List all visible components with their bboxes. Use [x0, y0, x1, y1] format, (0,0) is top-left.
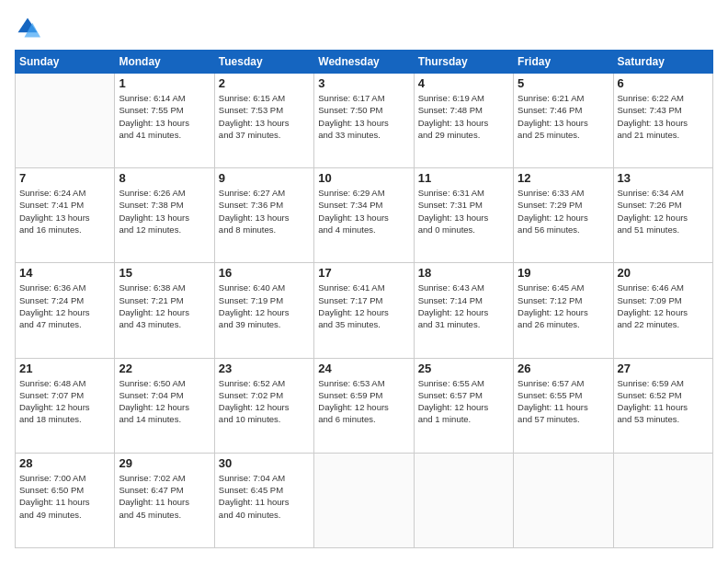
day-info: Sunrise: 6:36 AM Sunset: 7:24 PM Dayligh…: [19, 282, 110, 330]
day-number: 2: [219, 76, 310, 90]
day-info: Sunrise: 6:43 AM Sunset: 7:14 PM Dayligh…: [418, 282, 509, 330]
day-number: 15: [119, 266, 210, 280]
day-number: 21: [19, 362, 110, 375]
day-info: Sunrise: 6:26 AM Sunset: 7:38 PM Dayligh…: [119, 187, 210, 236]
calendar-table: Sunday Monday Tuesday Wednesday Thursday…: [15, 50, 713, 548]
logo-icon: [15, 15, 40, 40]
table-row: 30Sunrise: 7:04 AM Sunset: 6:45 PM Dayli…: [214, 453, 313, 547]
calendar-week-row: 28Sunrise: 7:00 AM Sunset: 6:50 PM Dayli…: [16, 453, 713, 547]
table-row: 6Sunrise: 6:22 AM Sunset: 7:43 PM Daylig…: [613, 74, 712, 168]
day-number: 1: [119, 76, 210, 90]
calendar-week-row: 21Sunrise: 6:48 AM Sunset: 7:07 PM Dayli…: [16, 358, 713, 453]
table-row: 5Sunrise: 6:21 AM Sunset: 7:46 PM Daylig…: [514, 74, 613, 168]
table-row: 10Sunrise: 6:29 AM Sunset: 7:34 PM Dayli…: [314, 168, 414, 263]
day-number: 25: [418, 362, 509, 375]
table-row: [414, 453, 513, 547]
day-info: Sunrise: 6:41 AM Sunset: 7:17 PM Dayligh…: [318, 282, 409, 330]
day-number: 24: [318, 362, 409, 375]
day-number: 19: [518, 266, 609, 280]
day-info: Sunrise: 6:38 AM Sunset: 7:21 PM Dayligh…: [119, 282, 210, 330]
col-thursday: Thursday: [414, 51, 513, 74]
day-info: Sunrise: 7:00 AM Sunset: 6:50 PM Dayligh…: [19, 472, 110, 521]
calendar-header-row: Sunday Monday Tuesday Wednesday Thursday…: [16, 51, 713, 74]
calendar-week-row: 7Sunrise: 6:24 AM Sunset: 7:41 PM Daylig…: [16, 168, 713, 263]
table-row: 26Sunrise: 6:57 AM Sunset: 6:55 PM Dayli…: [514, 358, 613, 453]
day-info: Sunrise: 6:50 AM Sunset: 7:04 PM Dayligh…: [119, 377, 210, 426]
day-info: Sunrise: 6:46 AM Sunset: 7:09 PM Dayligh…: [618, 282, 709, 330]
table-row: 15Sunrise: 6:38 AM Sunset: 7:21 PM Dayli…: [115, 263, 214, 358]
table-row: 16Sunrise: 6:40 AM Sunset: 7:19 PM Dayli…: [214, 263, 313, 358]
day-info: Sunrise: 6:33 AM Sunset: 7:29 PM Dayligh…: [518, 187, 609, 236]
col-sunday: Sunday: [16, 51, 115, 74]
day-number: 4: [418, 76, 509, 90]
day-number: 9: [219, 171, 310, 185]
day-info: Sunrise: 6:55 AM Sunset: 6:57 PM Dayligh…: [418, 377, 509, 426]
day-number: 6: [618, 76, 709, 90]
col-wednesday: Wednesday: [314, 51, 414, 74]
day-number: 18: [418, 266, 509, 280]
table-row: 25Sunrise: 6:55 AM Sunset: 6:57 PM Dayli…: [414, 358, 513, 453]
day-info: Sunrise: 6:57 AM Sunset: 6:55 PM Dayligh…: [518, 377, 609, 426]
table-row: 17Sunrise: 6:41 AM Sunset: 7:17 PM Dayli…: [314, 263, 414, 358]
table-row: 21Sunrise: 6:48 AM Sunset: 7:07 PM Dayli…: [16, 358, 115, 453]
day-info: Sunrise: 6:21 AM Sunset: 7:46 PM Dayligh…: [518, 92, 609, 141]
day-number: 16: [219, 266, 310, 280]
day-number: 27: [618, 362, 709, 375]
table-row: [314, 453, 414, 547]
day-number: 10: [318, 171, 409, 185]
table-row: 13Sunrise: 6:34 AM Sunset: 7:26 PM Dayli…: [613, 168, 712, 263]
logo: [15, 15, 44, 40]
day-info: Sunrise: 6:59 AM Sunset: 6:52 PM Dayligh…: [618, 377, 709, 426]
table-row: 29Sunrise: 7:02 AM Sunset: 6:47 PM Dayli…: [115, 453, 214, 547]
day-number: 17: [318, 266, 409, 280]
day-number: 28: [19, 456, 110, 470]
table-row: 28Sunrise: 7:00 AM Sunset: 6:50 PM Dayli…: [16, 453, 115, 547]
table-row: 7Sunrise: 6:24 AM Sunset: 7:41 PM Daylig…: [16, 168, 115, 263]
table-row: 23Sunrise: 6:52 AM Sunset: 7:02 PM Dayli…: [214, 358, 313, 453]
header: [15, 15, 713, 40]
day-info: Sunrise: 6:14 AM Sunset: 7:55 PM Dayligh…: [119, 92, 210, 141]
table-row: 11Sunrise: 6:31 AM Sunset: 7:31 PM Dayli…: [414, 168, 513, 263]
day-number: 8: [119, 171, 210, 185]
day-number: 7: [19, 171, 110, 185]
table-row: 8Sunrise: 6:26 AM Sunset: 7:38 PM Daylig…: [115, 168, 214, 263]
table-row: 24Sunrise: 6:53 AM Sunset: 6:59 PM Dayli…: [314, 358, 414, 453]
table-row: 2Sunrise: 6:15 AM Sunset: 7:53 PM Daylig…: [214, 74, 313, 168]
day-info: Sunrise: 6:15 AM Sunset: 7:53 PM Dayligh…: [219, 92, 310, 141]
day-info: Sunrise: 6:22 AM Sunset: 7:43 PM Dayligh…: [618, 92, 709, 141]
day-info: Sunrise: 6:34 AM Sunset: 7:26 PM Dayligh…: [618, 187, 709, 236]
day-number: 29: [119, 456, 210, 470]
day-number: 22: [119, 362, 210, 375]
day-info: Sunrise: 6:48 AM Sunset: 7:07 PM Dayligh…: [19, 377, 110, 426]
day-number: 30: [219, 456, 310, 470]
table-row: [514, 453, 613, 547]
day-info: Sunrise: 6:45 AM Sunset: 7:12 PM Dayligh…: [518, 282, 609, 330]
day-info: Sunrise: 6:19 AM Sunset: 7:48 PM Dayligh…: [418, 92, 509, 141]
col-friday: Friday: [514, 51, 613, 74]
day-number: 20: [618, 266, 709, 280]
table-row: 4Sunrise: 6:19 AM Sunset: 7:48 PM Daylig…: [414, 74, 513, 168]
day-info: Sunrise: 7:02 AM Sunset: 6:47 PM Dayligh…: [119, 472, 210, 521]
table-row: 22Sunrise: 6:50 AM Sunset: 7:04 PM Dayli…: [115, 358, 214, 453]
table-row: 3Sunrise: 6:17 AM Sunset: 7:50 PM Daylig…: [314, 74, 414, 168]
table-row: 19Sunrise: 6:45 AM Sunset: 7:12 PM Dayli…: [514, 263, 613, 358]
day-info: Sunrise: 6:17 AM Sunset: 7:50 PM Dayligh…: [318, 92, 409, 141]
day-info: Sunrise: 7:04 AM Sunset: 6:45 PM Dayligh…: [219, 472, 310, 521]
day-info: Sunrise: 6:53 AM Sunset: 6:59 PM Dayligh…: [318, 377, 409, 426]
table-row: [16, 74, 115, 168]
day-number: 14: [19, 266, 110, 280]
table-row: 12Sunrise: 6:33 AM Sunset: 7:29 PM Dayli…: [514, 168, 613, 263]
day-info: Sunrise: 6:40 AM Sunset: 7:19 PM Dayligh…: [219, 282, 310, 330]
day-number: 23: [219, 362, 310, 375]
day-number: 13: [618, 171, 709, 185]
col-tuesday: Tuesday: [214, 51, 313, 74]
day-info: Sunrise: 6:27 AM Sunset: 7:36 PM Dayligh…: [219, 187, 310, 236]
table-row: 9Sunrise: 6:27 AM Sunset: 7:36 PM Daylig…: [214, 168, 313, 263]
table-row: 1Sunrise: 6:14 AM Sunset: 7:55 PM Daylig…: [115, 74, 214, 168]
table-row: 14Sunrise: 6:36 AM Sunset: 7:24 PM Dayli…: [16, 263, 115, 358]
col-monday: Monday: [115, 51, 214, 74]
page: Sunday Monday Tuesday Wednesday Thursday…: [0, 0, 728, 563]
table-row: 18Sunrise: 6:43 AM Sunset: 7:14 PM Dayli…: [414, 263, 513, 358]
day-info: Sunrise: 6:31 AM Sunset: 7:31 PM Dayligh…: [418, 187, 509, 236]
day-info: Sunrise: 6:29 AM Sunset: 7:34 PM Dayligh…: [318, 187, 409, 236]
